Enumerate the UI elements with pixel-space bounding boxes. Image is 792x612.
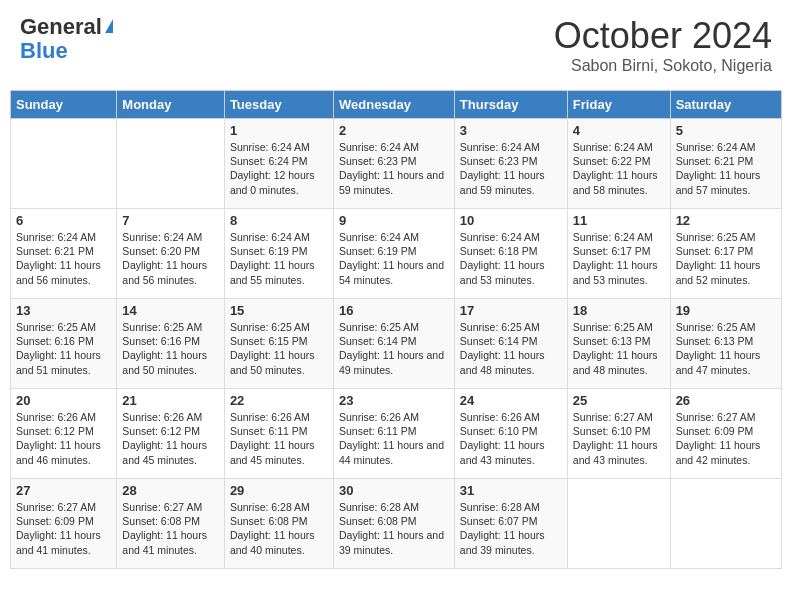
page-header: General Blue October 2024 Sabon Birni, S… bbox=[10, 10, 782, 80]
calendar-cell: 29Sunrise: 6:28 AM Sunset: 6:08 PM Dayli… bbox=[224, 479, 333, 569]
day-number: 9 bbox=[339, 213, 449, 228]
day-info: Sunrise: 6:28 AM Sunset: 6:08 PM Dayligh… bbox=[339, 500, 449, 557]
day-info: Sunrise: 6:25 AM Sunset: 6:16 PM Dayligh… bbox=[122, 320, 219, 377]
header-friday: Friday bbox=[567, 91, 670, 119]
day-number: 7 bbox=[122, 213, 219, 228]
day-info: Sunrise: 6:24 AM Sunset: 6:23 PM Dayligh… bbox=[460, 140, 562, 197]
day-number: 14 bbox=[122, 303, 219, 318]
day-number: 17 bbox=[460, 303, 562, 318]
month-title: October 2024 bbox=[554, 15, 772, 57]
day-number: 25 bbox=[573, 393, 665, 408]
calendar-cell: 11Sunrise: 6:24 AM Sunset: 6:17 PM Dayli… bbox=[567, 209, 670, 299]
calendar-cell: 17Sunrise: 6:25 AM Sunset: 6:14 PM Dayli… bbox=[454, 299, 567, 389]
day-number: 15 bbox=[230, 303, 328, 318]
day-number: 30 bbox=[339, 483, 449, 498]
calendar-cell: 21Sunrise: 6:26 AM Sunset: 6:12 PM Dayli… bbox=[117, 389, 225, 479]
day-number: 28 bbox=[122, 483, 219, 498]
day-info: Sunrise: 6:24 AM Sunset: 6:21 PM Dayligh… bbox=[16, 230, 111, 287]
calendar-cell: 27Sunrise: 6:27 AM Sunset: 6:09 PM Dayli… bbox=[11, 479, 117, 569]
logo: General Blue bbox=[20, 15, 113, 63]
calendar-cell: 31Sunrise: 6:28 AM Sunset: 6:07 PM Dayli… bbox=[454, 479, 567, 569]
header-saturday: Saturday bbox=[670, 91, 781, 119]
day-number: 26 bbox=[676, 393, 776, 408]
calendar-cell bbox=[670, 479, 781, 569]
calendar-header-row: SundayMondayTuesdayWednesdayThursdayFrid… bbox=[11, 91, 782, 119]
calendar-week-4: 20Sunrise: 6:26 AM Sunset: 6:12 PM Dayli… bbox=[11, 389, 782, 479]
day-info: Sunrise: 6:25 AM Sunset: 6:14 PM Dayligh… bbox=[339, 320, 449, 377]
day-number: 2 bbox=[339, 123, 449, 138]
header-sunday: Sunday bbox=[11, 91, 117, 119]
day-info: Sunrise: 6:26 AM Sunset: 6:11 PM Dayligh… bbox=[339, 410, 449, 467]
header-thursday: Thursday bbox=[454, 91, 567, 119]
calendar-week-1: 1Sunrise: 6:24 AM Sunset: 6:24 PM Daylig… bbox=[11, 119, 782, 209]
day-info: Sunrise: 6:27 AM Sunset: 6:09 PM Dayligh… bbox=[676, 410, 776, 467]
day-info: Sunrise: 6:24 AM Sunset: 6:24 PM Dayligh… bbox=[230, 140, 328, 197]
calendar-cell: 14Sunrise: 6:25 AM Sunset: 6:16 PM Dayli… bbox=[117, 299, 225, 389]
calendar-cell: 24Sunrise: 6:26 AM Sunset: 6:10 PM Dayli… bbox=[454, 389, 567, 479]
day-info: Sunrise: 6:26 AM Sunset: 6:12 PM Dayligh… bbox=[16, 410, 111, 467]
calendar-cell bbox=[567, 479, 670, 569]
day-info: Sunrise: 6:25 AM Sunset: 6:16 PM Dayligh… bbox=[16, 320, 111, 377]
calendar-cell bbox=[117, 119, 225, 209]
day-number: 24 bbox=[460, 393, 562, 408]
calendar-cell: 15Sunrise: 6:25 AM Sunset: 6:15 PM Dayli… bbox=[224, 299, 333, 389]
calendar-cell bbox=[11, 119, 117, 209]
day-number: 5 bbox=[676, 123, 776, 138]
header-tuesday: Tuesday bbox=[224, 91, 333, 119]
day-number: 8 bbox=[230, 213, 328, 228]
day-info: Sunrise: 6:25 AM Sunset: 6:15 PM Dayligh… bbox=[230, 320, 328, 377]
day-number: 3 bbox=[460, 123, 562, 138]
day-number: 13 bbox=[16, 303, 111, 318]
day-number: 21 bbox=[122, 393, 219, 408]
day-info: Sunrise: 6:28 AM Sunset: 6:08 PM Dayligh… bbox=[230, 500, 328, 557]
calendar-cell: 20Sunrise: 6:26 AM Sunset: 6:12 PM Dayli… bbox=[11, 389, 117, 479]
day-number: 19 bbox=[676, 303, 776, 318]
calendar-cell: 3Sunrise: 6:24 AM Sunset: 6:23 PM Daylig… bbox=[454, 119, 567, 209]
calendar-week-5: 27Sunrise: 6:27 AM Sunset: 6:09 PM Dayli… bbox=[11, 479, 782, 569]
calendar-cell: 6Sunrise: 6:24 AM Sunset: 6:21 PM Daylig… bbox=[11, 209, 117, 299]
day-info: Sunrise: 6:25 AM Sunset: 6:13 PM Dayligh… bbox=[573, 320, 665, 377]
calendar-cell: 7Sunrise: 6:24 AM Sunset: 6:20 PM Daylig… bbox=[117, 209, 225, 299]
calendar-cell: 25Sunrise: 6:27 AM Sunset: 6:10 PM Dayli… bbox=[567, 389, 670, 479]
header-monday: Monday bbox=[117, 91, 225, 119]
calendar-cell: 8Sunrise: 6:24 AM Sunset: 6:19 PM Daylig… bbox=[224, 209, 333, 299]
day-number: 20 bbox=[16, 393, 111, 408]
header-wednesday: Wednesday bbox=[333, 91, 454, 119]
calendar-cell: 30Sunrise: 6:28 AM Sunset: 6:08 PM Dayli… bbox=[333, 479, 454, 569]
logo-general: General bbox=[20, 15, 113, 39]
day-info: Sunrise: 6:24 AM Sunset: 6:18 PM Dayligh… bbox=[460, 230, 562, 287]
calendar-cell: 23Sunrise: 6:26 AM Sunset: 6:11 PM Dayli… bbox=[333, 389, 454, 479]
day-info: Sunrise: 6:24 AM Sunset: 6:19 PM Dayligh… bbox=[339, 230, 449, 287]
day-info: Sunrise: 6:26 AM Sunset: 6:10 PM Dayligh… bbox=[460, 410, 562, 467]
day-number: 18 bbox=[573, 303, 665, 318]
day-number: 27 bbox=[16, 483, 111, 498]
calendar-cell: 13Sunrise: 6:25 AM Sunset: 6:16 PM Dayli… bbox=[11, 299, 117, 389]
day-number: 22 bbox=[230, 393, 328, 408]
day-number: 29 bbox=[230, 483, 328, 498]
day-info: Sunrise: 6:26 AM Sunset: 6:11 PM Dayligh… bbox=[230, 410, 328, 467]
calendar-cell: 10Sunrise: 6:24 AM Sunset: 6:18 PM Dayli… bbox=[454, 209, 567, 299]
calendar-table: SundayMondayTuesdayWednesdayThursdayFrid… bbox=[10, 90, 782, 569]
day-number: 1 bbox=[230, 123, 328, 138]
day-number: 10 bbox=[460, 213, 562, 228]
day-info: Sunrise: 6:24 AM Sunset: 6:20 PM Dayligh… bbox=[122, 230, 219, 287]
day-info: Sunrise: 6:24 AM Sunset: 6:19 PM Dayligh… bbox=[230, 230, 328, 287]
calendar-cell: 28Sunrise: 6:27 AM Sunset: 6:08 PM Dayli… bbox=[117, 479, 225, 569]
calendar-cell: 1Sunrise: 6:24 AM Sunset: 6:24 PM Daylig… bbox=[224, 119, 333, 209]
calendar-cell: 19Sunrise: 6:25 AM Sunset: 6:13 PM Dayli… bbox=[670, 299, 781, 389]
calendar-cell: 18Sunrise: 6:25 AM Sunset: 6:13 PM Dayli… bbox=[567, 299, 670, 389]
day-info: Sunrise: 6:27 AM Sunset: 6:09 PM Dayligh… bbox=[16, 500, 111, 557]
day-info: Sunrise: 6:27 AM Sunset: 6:10 PM Dayligh… bbox=[573, 410, 665, 467]
calendar-cell: 5Sunrise: 6:24 AM Sunset: 6:21 PM Daylig… bbox=[670, 119, 781, 209]
calendar-cell: 12Sunrise: 6:25 AM Sunset: 6:17 PM Dayli… bbox=[670, 209, 781, 299]
day-number: 23 bbox=[339, 393, 449, 408]
logo-blue: Blue bbox=[20, 39, 68, 63]
day-info: Sunrise: 6:28 AM Sunset: 6:07 PM Dayligh… bbox=[460, 500, 562, 557]
calendar-cell: 22Sunrise: 6:26 AM Sunset: 6:11 PM Dayli… bbox=[224, 389, 333, 479]
calendar-cell: 9Sunrise: 6:24 AM Sunset: 6:19 PM Daylig… bbox=[333, 209, 454, 299]
calendar-week-2: 6Sunrise: 6:24 AM Sunset: 6:21 PM Daylig… bbox=[11, 209, 782, 299]
day-number: 6 bbox=[16, 213, 111, 228]
day-info: Sunrise: 6:24 AM Sunset: 6:23 PM Dayligh… bbox=[339, 140, 449, 197]
day-number: 31 bbox=[460, 483, 562, 498]
calendar-cell: 2Sunrise: 6:24 AM Sunset: 6:23 PM Daylig… bbox=[333, 119, 454, 209]
